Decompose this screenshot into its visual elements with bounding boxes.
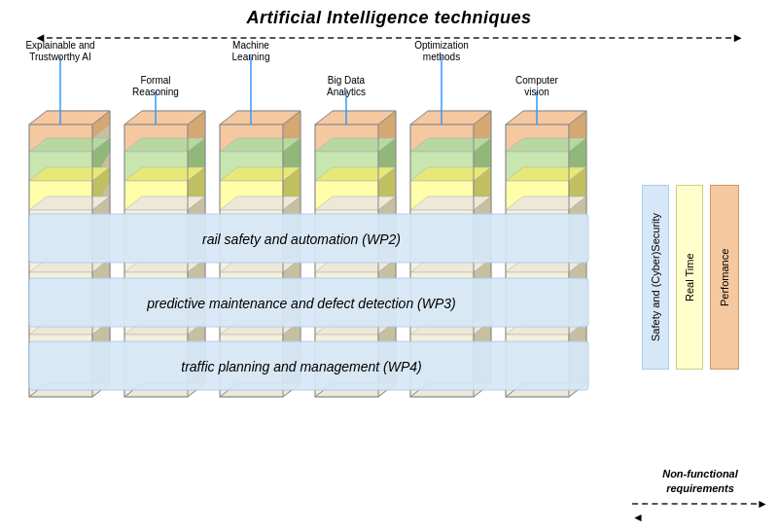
svg-text:traffic planning and managemen: traffic planning and management (WP4) xyxy=(181,359,421,374)
arrow-right-icon: ► xyxy=(731,30,744,45)
svg-text:Formal: Formal xyxy=(140,75,170,86)
bottom-arrow-dashed: ► xyxy=(632,497,768,511)
svg-text:Reasoning: Reasoning xyxy=(132,87,179,97)
svg-text:Explainable and: Explainable and xyxy=(25,40,94,51)
realtime-label-text: Real Time xyxy=(684,253,695,301)
svg-text:rail safety and automation (WP: rail safety and automation (WP2) xyxy=(202,231,401,247)
svg-text:Machine: Machine xyxy=(232,40,269,51)
svg-text:Computer: Computer xyxy=(515,75,559,86)
bottom-right-area: Non-functionalrequirements ► ◄ xyxy=(632,467,768,524)
svg-text:predictive maintenance and def: predictive maintenance and defect detect… xyxy=(146,296,456,311)
svg-text:vision: vision xyxy=(524,87,549,97)
performance-label-text: Perfomance xyxy=(719,248,730,305)
svg-text:Big Data: Big Data xyxy=(328,75,366,86)
security-label: Safety and (Cyber)Security xyxy=(642,185,669,370)
security-label-text: Safety and (Cyber)Security xyxy=(650,213,661,341)
svg-text:Trustworthy AI: Trustworthy AI xyxy=(29,52,91,62)
svg-text:Learning: Learning xyxy=(232,52,270,62)
svg-text:Optimization: Optimization xyxy=(414,40,469,51)
performance-label: Perfomance xyxy=(710,185,739,370)
main-title: Artificial Intelligence techniques xyxy=(0,0,778,28)
diagram-svg: .pillar-front { stroke: #aaa; stroke-wid… xyxy=(0,27,700,514)
svg-text:methods: methods xyxy=(423,52,460,62)
svg-text:Analytics: Analytics xyxy=(327,87,366,97)
bottom-arrow-text: Non-functionalrequirements xyxy=(632,467,768,495)
realtime-label: Real Time xyxy=(676,185,703,370)
page-container: Artificial Intelligence techniques ◄ ► .… xyxy=(0,0,778,532)
